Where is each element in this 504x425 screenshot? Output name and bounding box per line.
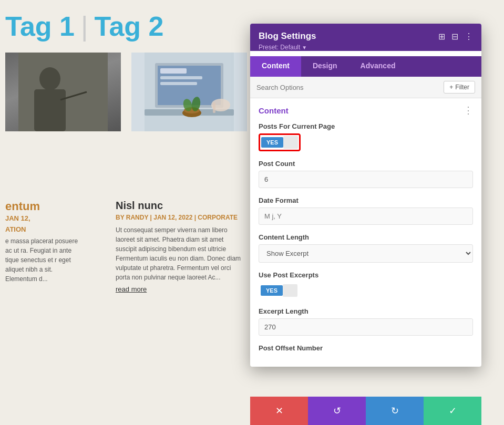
- post2-image-svg: [131, 53, 247, 131]
- setting-label-excerpt-length: Excerpt Length: [259, 307, 473, 315]
- panel-action-bar: ✕ ↺ ↻ ✓: [250, 397, 481, 425]
- settings-panel: Blog Settings ⊞ ⊟ ⋮ Preset: Default Cont…: [250, 24, 481, 367]
- partial-meta: ATION: [5, 225, 84, 233]
- search-bar: + Filter: [250, 77, 481, 98]
- post2-details: Nisl nunc BY RANDY | JAN 12, 2022 | CORP…: [110, 200, 247, 293]
- panel-header-top: Blog Settings ⊞ ⊟ ⋮: [259, 31, 473, 42]
- post1-image-svg: [5, 53, 121, 131]
- toggle-excerpts-yes: YES: [261, 285, 283, 296]
- tab-advanced[interactable]: Advanced: [349, 56, 407, 77]
- save-button[interactable]: ✓: [424, 397, 481, 425]
- content-section-header: Content ⋮: [259, 105, 473, 116]
- setting-label-post-count: Post Count: [259, 160, 473, 168]
- setting-label-posts-current: Posts For Current Page: [259, 122, 473, 130]
- columns-icon[interactable]: ⊟: [451, 32, 458, 42]
- post2-title: Nisl nunc: [116, 200, 242, 212]
- setting-label-date-format: Date Format: [259, 196, 473, 204]
- panel-title: Blog Settings: [259, 31, 316, 42]
- setting-label-use-excerpts: Use Post Excerpts: [259, 271, 473, 279]
- panel-body: Content ⋮ Posts For Current Page YES Pos…: [250, 98, 481, 367]
- toggle-yes-label: YES: [261, 137, 283, 148]
- setting-use-post-excerpts: Use Post Excerpts YES: [259, 271, 473, 299]
- svg-rect-2: [34, 89, 66, 131]
- svg-point-1: [39, 67, 60, 90]
- partial-post-left: entum JAN 12, ATION e massa placerat pos…: [0, 200, 89, 284]
- tab-content[interactable]: Content: [250, 56, 301, 77]
- partial-title: entum: [5, 200, 84, 213]
- setting-label-content-length: Content Length: [259, 233, 473, 241]
- setting-date-format: Date Format: [259, 196, 473, 225]
- search-input[interactable]: [256, 84, 444, 91]
- panel-header-icons: ⊞ ⊟ ⋮: [438, 32, 473, 42]
- svg-rect-7: [160, 68, 187, 74]
- redo-icon: ↻: [391, 405, 399, 417]
- reset-icon: ↺: [333, 405, 341, 417]
- toggle-no-area: [283, 136, 298, 149]
- post2-meta: BY RANDY | JAN 12, 2022 | CORPORATE: [116, 214, 242, 221]
- tag-separator: |: [81, 11, 88, 42]
- tag2-label: Tag 2: [94, 11, 163, 42]
- toggle-posts-current-page[interactable]: YES: [259, 133, 301, 151]
- post2-text: Ut consequat semper viverra nam libero l…: [116, 225, 242, 282]
- filter-label: Filter: [455, 84, 469, 91]
- read-more-link[interactable]: read more: [116, 285, 242, 293]
- content-length-select[interactable]: Show Excerpt Show Full Post: [259, 244, 473, 263]
- reset-button[interactable]: ↺: [308, 397, 366, 425]
- section-options-icon[interactable]: ⋮: [464, 105, 473, 116]
- setting-post-offset: Post Offset Number: [259, 344, 473, 352]
- svg-rect-8: [160, 76, 202, 79]
- redo-button[interactable]: ↻: [366, 397, 424, 425]
- panel-header: Blog Settings ⊞ ⊟ ⋮ Preset: Default: [250, 24, 481, 51]
- setting-label-post-offset: Post Offset Number: [259, 344, 473, 352]
- expand-icon[interactable]: ⊞: [438, 32, 445, 42]
- save-icon: ✓: [449, 405, 457, 417]
- preset-selector[interactable]: Preset: Default: [259, 44, 473, 51]
- toggle-excerpts-no-area: [283, 284, 297, 297]
- post1-image: [5, 53, 121, 131]
- setting-content-length: Content Length Show Excerpt Show Full Po…: [259, 233, 473, 263]
- post-count-input[interactable]: [259, 171, 473, 188]
- more-icon[interactable]: ⋮: [465, 32, 473, 42]
- blog-posts-row: [5, 53, 247, 131]
- partial-text: e massa placerat posuere ac ut ra. Feugi…: [5, 236, 84, 284]
- blog-background: Tag 1 | Tag 2: [0, 0, 252, 425]
- svg-rect-9: [160, 82, 197, 85]
- tab-design[interactable]: Design: [301, 56, 349, 77]
- blog-post-card-1: [5, 53, 121, 131]
- panel-tabs: Content Design Advanced: [250, 56, 481, 77]
- tag1-label: Tag 1: [5, 11, 75, 42]
- cancel-button[interactable]: ✕: [250, 397, 308, 425]
- blog-tags: Tag 1 | Tag 2: [5, 11, 247, 42]
- post2-image: [131, 53, 247, 131]
- filter-plus-icon: +: [449, 84, 453, 91]
- excerpt-length-input[interactable]: [259, 318, 473, 336]
- setting-posts-for-current-page: Posts For Current Page YES: [259, 122, 473, 151]
- svg-rect-12: [213, 102, 215, 113]
- partial-date: JAN 12,: [5, 214, 84, 222]
- content-section-title: Content: [259, 106, 289, 115]
- setting-post-count: Post Count: [259, 160, 473, 188]
- filter-button[interactable]: + Filter: [444, 81, 475, 94]
- cancel-icon: ✕: [275, 405, 283, 417]
- setting-excerpt-length: Excerpt Length: [259, 307, 473, 336]
- toggle-use-excerpts[interactable]: YES: [259, 282, 300, 299]
- date-format-input[interactable]: [259, 208, 473, 225]
- blog-post-card-2: [131, 53, 247, 131]
